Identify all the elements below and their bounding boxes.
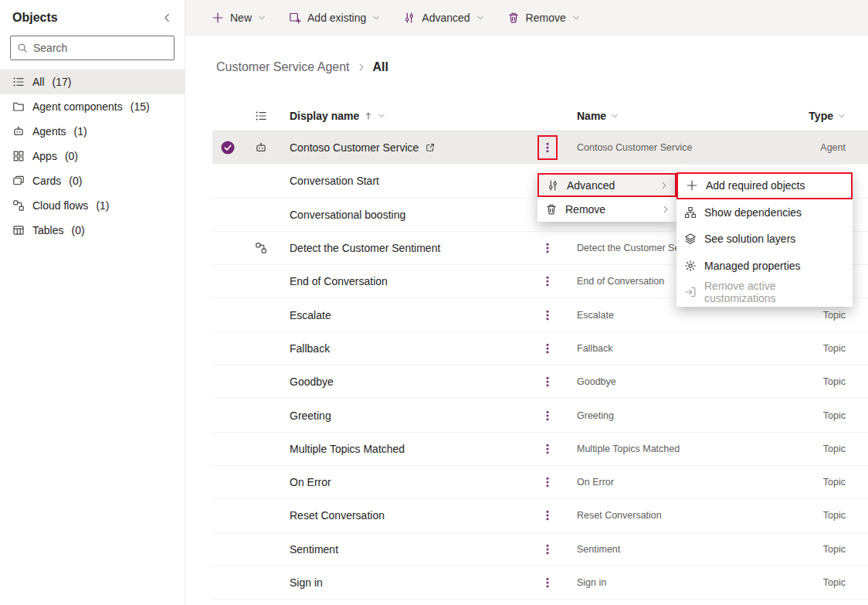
row-type-icon-cell xyxy=(243,265,279,297)
sidebar-item-label: Cloud flows xyxy=(32,199,88,212)
row-checkbox-cell[interactable] xyxy=(212,499,243,532)
sidebar-item-cloud-flows[interactable]: Cloud flows(1) xyxy=(0,193,185,218)
trash-icon xyxy=(545,203,558,216)
submenu-item-label: Add required objects xyxy=(706,179,805,192)
row-more-button[interactable] xyxy=(539,438,556,460)
row-type-icon-cell xyxy=(243,199,279,231)
display-name-cell: Goodbye xyxy=(279,365,534,398)
table-row[interactable]: Contoso Customer ServiceContoso Customer… xyxy=(212,131,868,165)
row-more-button[interactable] xyxy=(539,371,556,393)
plus-icon xyxy=(212,12,224,24)
sidebar-item-tables[interactable]: Tables(0) xyxy=(0,218,185,243)
submenu-item-add-required-objects[interactable]: Add required objects xyxy=(676,172,853,199)
advanced-button[interactable]: Advanced xyxy=(397,7,490,29)
row-checkbox-cell[interactable] xyxy=(212,298,243,331)
chevron-down-icon xyxy=(476,14,484,22)
submenu-item-show-dependencies[interactable]: Show dependencies xyxy=(676,199,853,226)
main-content: Customer Service Agent All Display name … xyxy=(185,36,868,605)
row-checkbox-cell[interactable] xyxy=(212,466,243,498)
row-checkbox-cell[interactable] xyxy=(212,533,243,566)
search-input[interactable] xyxy=(33,42,173,54)
column-header-display-name[interactable]: Display name xyxy=(279,110,534,122)
advanced-submenu: Add required objectsShow dependenciesSee… xyxy=(676,172,853,307)
sidebar-item-agents[interactable]: Agents(1) xyxy=(0,119,185,144)
submenu-chevron-icon xyxy=(659,181,669,190)
row-more-cell xyxy=(534,332,561,365)
row-checkbox-cell[interactable] xyxy=(212,566,243,599)
table-row[interactable]: On ErrorOn ErrorTopic xyxy=(212,466,868,499)
remove-button[interactable]: Remove xyxy=(501,7,586,29)
row-type-icon-cell xyxy=(243,232,279,264)
table-row[interactable]: Sign inSign inTopic xyxy=(212,566,868,600)
row-more-button[interactable] xyxy=(539,505,556,526)
row-checkbox-cell[interactable] xyxy=(212,265,243,297)
name-cell: Sentiment xyxy=(561,533,785,566)
sidebar-item-count: (17) xyxy=(53,76,72,88)
menu-item-remove[interactable]: Remove xyxy=(537,197,676,221)
row-more-button[interactable] xyxy=(539,270,556,292)
column-header-name[interactable]: Name xyxy=(561,110,785,122)
more-vertical-icon xyxy=(541,376,554,388)
table-row[interactable]: Multiple Topics MatchedMultiple Topics M… xyxy=(212,433,868,466)
more-vertical-icon xyxy=(541,309,554,321)
row-more-button[interactable] xyxy=(539,572,556,593)
layers-icon xyxy=(684,233,697,245)
row-checkbox-cell[interactable] xyxy=(212,232,243,264)
row-type-icon-cell xyxy=(243,298,279,331)
breadcrumb-parent-link[interactable]: Customer Service Agent xyxy=(216,60,350,74)
open-external-icon[interactable] xyxy=(425,142,436,153)
type-cell: Topic xyxy=(785,433,868,465)
row-checkbox-cell[interactable] xyxy=(212,365,243,398)
bot-icon xyxy=(255,141,267,154)
chevron-down-icon xyxy=(838,112,846,120)
add-existing-button[interactable]: Add existing xyxy=(283,7,386,29)
column-header-type[interactable]: Type xyxy=(785,110,868,122)
command-bar: NewAdd existingAdvancedRemove xyxy=(185,0,868,36)
more-vertical-icon xyxy=(541,242,554,254)
table-icon xyxy=(12,224,25,236)
table-row[interactable]: SentimentSentimentTopic xyxy=(212,533,868,566)
chevron-down-icon xyxy=(258,14,266,22)
sidebar-item-cards[interactable]: Cards(0) xyxy=(0,168,185,193)
search-box[interactable] xyxy=(10,36,175,60)
table-row[interactable]: Reset ConversationReset ConversationTopi… xyxy=(212,499,868,532)
display-name-text: Fallback xyxy=(290,342,330,355)
row-checkbox-cell[interactable] xyxy=(212,332,243,365)
row-more-button[interactable] xyxy=(539,405,556,427)
sidebar-item-apps[interactable]: Apps(0) xyxy=(0,144,185,168)
row-more-button[interactable] xyxy=(539,304,556,326)
table-row[interactable]: GreetingGreetingTopic xyxy=(212,399,868,432)
table-row[interactable]: FallbackFallbackTopic xyxy=(212,332,868,365)
sidebar-item-all[interactable]: All(17) xyxy=(0,70,185,94)
row-more-button[interactable] xyxy=(539,539,556,560)
row-checkbox-cell[interactable] xyxy=(212,199,243,231)
sidebar-header: Objects xyxy=(0,0,185,34)
collapse-sidebar-icon[interactable] xyxy=(161,12,172,23)
submenu-item-managed-properties[interactable]: Managed properties xyxy=(676,253,853,280)
menu-item-advanced[interactable]: Advanced xyxy=(537,173,676,197)
row-checkbox-cell[interactable] xyxy=(212,399,243,431)
new-button[interactable]: New xyxy=(205,7,272,29)
row-more-cell xyxy=(534,298,561,331)
row-more-button[interactable] xyxy=(539,471,556,493)
row-checkbox-cell[interactable] xyxy=(212,131,243,164)
display-name-text: Sentiment xyxy=(290,543,338,556)
row-checkbox-cell[interactable] xyxy=(212,433,243,465)
row-type-icon-cell xyxy=(243,499,279,532)
row-more-cell xyxy=(534,566,561,599)
sidebar-item-agent-components[interactable]: Agent components(15) xyxy=(0,94,185,119)
submenu-item-see-solution-layers[interactable]: See solution layers xyxy=(676,226,853,253)
row-more-button[interactable] xyxy=(539,237,556,259)
more-vertical-icon xyxy=(541,509,554,522)
chevron-down-icon xyxy=(372,14,380,22)
row-checked-icon[interactable] xyxy=(221,141,235,155)
breadcrumb-chevron-icon xyxy=(357,63,366,72)
row-more-button[interactable] xyxy=(539,338,556,359)
table-row[interactable]: GoodbyeGoodbyeTopic xyxy=(212,365,868,399)
row-checkbox-cell[interactable] xyxy=(212,165,243,197)
name-cell: Fallback xyxy=(561,332,785,365)
display-name-text: Reset Conversation xyxy=(290,509,385,522)
row-more-button[interactable] xyxy=(539,137,556,158)
display-name-cell: Sign in xyxy=(279,566,534,599)
row-type-icon-cell xyxy=(243,566,279,599)
